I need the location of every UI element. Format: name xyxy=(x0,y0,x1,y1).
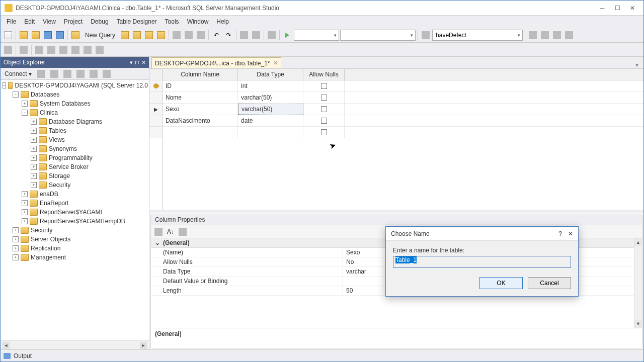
tb2-1[interactable] xyxy=(3,44,14,55)
document-tab[interactable]: DESKTOP-GPMDOJ4\...ica - dbo.Table_1* ✕ xyxy=(151,57,281,68)
tree-db[interactable]: +EnaReport xyxy=(2,199,148,208)
menu-tools[interactable]: Tools xyxy=(161,16,183,27)
tb-btn-4[interactable] xyxy=(155,30,167,41)
combo-1[interactable] xyxy=(294,30,339,41)
redo-button[interactable]: ↷ xyxy=(223,30,234,41)
tree-root-item[interactable]: +Replication xyxy=(2,244,148,253)
tree-item[interactable]: +Security xyxy=(2,180,148,190)
props-alpha-button[interactable]: A↓ xyxy=(165,226,176,237)
tree-item[interactable]: +Storage xyxy=(2,171,148,180)
row-header[interactable] xyxy=(149,92,162,104)
col-header-name[interactable]: Column Name xyxy=(163,69,238,80)
new-project-button[interactable] xyxy=(3,30,14,41)
scroll-left-icon[interactable]: ◄ xyxy=(3,342,10,349)
scroll-right-icon[interactable]: ► xyxy=(140,342,147,349)
output-panel-tab[interactable]: Output xyxy=(1,349,643,361)
row-header[interactable] xyxy=(149,115,162,127)
table-row[interactable]: DataNascimento date xyxy=(163,115,643,127)
dropdown-icon[interactable]: ▾ xyxy=(130,59,133,66)
cancel-button[interactable]: Cancel xyxy=(528,277,571,289)
conn-btn-6[interactable] xyxy=(101,68,112,79)
checkbox[interactable] xyxy=(321,83,327,89)
menu-window[interactable]: Window xyxy=(183,16,213,27)
collapse-icon[interactable]: ⌄ xyxy=(155,239,160,246)
find-button[interactable] xyxy=(420,30,431,41)
dialog-help-icon[interactable]: ? xyxy=(558,230,562,237)
tb-tail-3[interactable] xyxy=(551,30,562,41)
tb-misc-2[interactable] xyxy=(251,30,262,41)
tree-db[interactable]: +ReportServer$YAGAMITempDB xyxy=(2,217,148,226)
menu-edit[interactable]: Edit xyxy=(20,16,39,27)
saveall-button[interactable] xyxy=(54,30,65,41)
menu-view[interactable]: View xyxy=(39,16,60,27)
tree-db[interactable]: +enaDB xyxy=(2,190,148,199)
tree-item[interactable]: +Synonyms xyxy=(2,144,148,153)
new-query-icon[interactable] xyxy=(70,30,81,41)
table-designer-grid[interactable]: ▶ Column Name Data Type Allow Nulls ID i… xyxy=(149,69,643,210)
close-panel-icon[interactable]: ✕ xyxy=(141,59,146,66)
tree-item[interactable]: +Programmability xyxy=(2,153,148,162)
tree-item[interactable]: +Database Diagrams xyxy=(2,117,148,126)
tree-item[interactable]: +Service Broker xyxy=(2,162,148,171)
scroll-down-icon[interactable]: ▼ xyxy=(634,320,642,328)
tb2-4[interactable] xyxy=(46,44,57,55)
close-button[interactable]: ✕ xyxy=(625,3,639,13)
tb-tail-1[interactable] xyxy=(527,30,538,41)
splitter[interactable] xyxy=(149,210,643,213)
tree-item[interactable]: +Views xyxy=(2,135,148,144)
ok-button[interactable]: OK xyxy=(479,277,523,289)
props-scrollbar[interactable]: ▲ ▼ xyxy=(634,238,642,328)
tree-server[interactable]: −DESKTOP-GPMDOJ4\YAGAMI (SQL Server 12.0 xyxy=(2,81,148,90)
row-header-current[interactable]: ▶ xyxy=(149,104,162,115)
new-query-button[interactable]: New Query xyxy=(82,31,118,40)
tb-tail-4[interactable] xyxy=(564,30,575,41)
menu-help[interactable]: Help xyxy=(212,16,233,27)
tree-root-item[interactable]: +Security xyxy=(2,226,148,235)
menu-file[interactable]: File xyxy=(3,16,20,27)
tree-clinica[interactable]: −Clinica xyxy=(2,108,148,117)
maximize-button[interactable]: ☐ xyxy=(610,3,624,13)
execute-button[interactable] xyxy=(282,30,293,41)
row-header-key[interactable] xyxy=(149,80,162,92)
scroll-up-icon[interactable]: ▲ xyxy=(634,238,642,246)
tree-sysdb[interactable]: +System Databases xyxy=(2,99,148,108)
dialog-close-icon[interactable]: ✕ xyxy=(568,230,573,237)
menu-project[interactable]: Project xyxy=(60,16,87,27)
conn-btn-2[interactable] xyxy=(49,68,60,79)
props-categorized-button[interactable] xyxy=(153,226,164,237)
tb2-5[interactable] xyxy=(58,44,69,55)
tree-databases[interactable]: −Databases xyxy=(2,90,148,99)
tb-tail-2[interactable] xyxy=(539,30,550,41)
pin-icon[interactable]: ⊓ xyxy=(135,59,139,66)
menu-table-designer[interactable]: Table Designer xyxy=(113,16,161,27)
row-header-new[interactable] xyxy=(149,127,162,138)
conn-btn-3[interactable] xyxy=(62,68,73,79)
copy-button[interactable] xyxy=(183,30,194,41)
menu-debug[interactable]: Debug xyxy=(87,16,112,27)
connect-button[interactable]: Connect ▾ xyxy=(3,69,34,78)
combo-defect[interactable]: haveDefect xyxy=(432,30,523,41)
tab-close-icon[interactable]: ✕ xyxy=(273,60,278,66)
checkbox[interactable] xyxy=(321,106,327,112)
tb2-7[interactable] xyxy=(82,44,93,55)
tb-misc-3[interactable] xyxy=(266,30,277,41)
table-name-input[interactable]: Table_1 xyxy=(393,256,571,268)
conn-btn-5[interactable] xyxy=(88,68,99,79)
tb-btn-1[interactable] xyxy=(119,30,130,41)
table-row[interactable]: Nome varchar(50) xyxy=(163,92,643,104)
checkbox[interactable] xyxy=(321,118,327,124)
undo-button[interactable]: ↶ xyxy=(211,30,222,41)
combo-2[interactable] xyxy=(340,30,416,41)
tree-hscroll[interactable]: ◄ ► xyxy=(1,340,149,349)
object-tree[interactable]: −DESKTOP-GPMDOJ4\YAGAMI (SQL Server 12.0… xyxy=(1,80,149,340)
table-row-new[interactable] xyxy=(163,127,643,138)
tree-db[interactable]: +ReportServer$YAGAMI xyxy=(2,208,148,217)
tree-item[interactable]: +Tables xyxy=(2,126,148,135)
tb2-6[interactable] xyxy=(70,44,81,55)
open2-button[interactable] xyxy=(30,30,41,41)
open-button[interactable] xyxy=(18,30,29,41)
tb2-3[interactable] xyxy=(34,44,45,55)
tab-dropdown-icon[interactable]: ▾ xyxy=(632,61,641,68)
props-pages-button[interactable] xyxy=(177,226,188,237)
tb-misc-1[interactable] xyxy=(238,30,250,41)
